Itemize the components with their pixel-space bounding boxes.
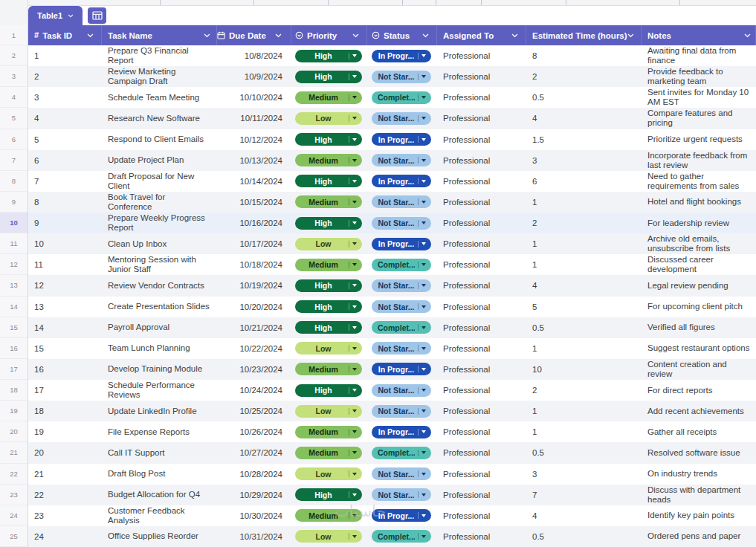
status-dropdown[interactable]: Complet... [372,91,431,104]
cell-assigned-to[interactable]: Professional [437,380,526,401]
cell-task-name[interactable]: Clean Up Inbox [102,233,217,254]
cell-task-id[interactable]: 20 [28,442,102,463]
cell-priority[interactable]: High [291,66,367,87]
cell-estimated-time[interactable]: 4 [526,275,642,296]
cell-task-id[interactable]: 24 [28,526,102,547]
priority-dropdown[interactable]: Medium [295,91,362,104]
column-header-due-date[interactable]: Due Date [217,25,291,45]
cell-task-name[interactable]: Schedule Performance Reviews [102,380,217,401]
cell-task-name[interactable]: Payroll Approval [102,317,217,338]
cell-task-id[interactable]: 23 [28,505,102,526]
priority-dropdown[interactable]: Medium [295,447,362,459]
cell-status[interactable]: Complet... [367,87,437,108]
cell-estimated-time[interactable]: 1 [526,401,642,421]
cell-estimated-time[interactable]: 6 [526,171,642,192]
cell-priority[interactable]: Low [291,526,367,547]
priority-dropdown[interactable]: High [295,488,362,501]
table-view-button[interactable] [88,7,106,24]
cell-priority[interactable]: High [291,129,367,150]
cell-status[interactable]: In Progr... [367,359,437,380]
cell-estimated-time[interactable]: 1.5 [526,129,642,150]
cell-priority[interactable]: Low [291,338,367,359]
cell-status[interactable]: Not Star... [367,213,437,233]
priority-dropdown[interactable]: High [295,71,362,83]
cell-status[interactable]: Not Star... [367,380,437,401]
cell-notes[interactable]: Prioritize urgent requests [642,129,756,150]
cell-due-date[interactable]: 10/14/2024 [217,171,291,192]
cell-notes[interactable]: Need to gather requirements from sales [642,171,756,192]
cell-due-date[interactable]: 10/9/2024 [217,66,291,87]
cell-status[interactable]: In Progr... [367,233,437,254]
cell-estimated-time[interactable]: 8 [526,45,642,66]
cell-task-id[interactable]: 14 [28,317,102,338]
status-dropdown[interactable]: Not Star... [372,112,431,125]
cell-due-date[interactable]: 10/28/2024 [217,464,291,485]
cell-estimated-time[interactable]: 7 [526,485,642,505]
cell-task-id[interactable]: 4 [28,108,102,129]
cell-task-name[interactable]: Book Travel for Conference [102,192,217,213]
row-number[interactable]: 14 [0,297,28,317]
status-dropdown[interactable]: Not Star... [372,279,431,292]
cell-due-date[interactable]: 10/16/2024 [217,213,291,233]
cell-due-date[interactable]: 10/20/2024 [217,297,291,317]
status-dropdown[interactable]: Not Star... [372,154,431,166]
cell-priority[interactable]: Medium [291,359,367,380]
cell-task-id[interactable]: 5 [28,129,102,150]
column-header-task-name[interactable]: Task Name [102,25,217,45]
cell-task-id[interactable]: 21 [28,464,102,485]
cell-priority[interactable]: Medium [291,505,367,526]
cell-assigned-to[interactable]: Professional [437,464,526,485]
cell-notes[interactable]: For upcoming client pitch [642,297,756,317]
cell-priority[interactable]: Low [291,464,367,485]
row-number[interactable]: 16 [0,338,28,359]
cell-assigned-to[interactable]: Professional [437,401,526,421]
cell-assigned-to[interactable]: Professional [437,505,526,526]
cell-assigned-to[interactable]: Professional [437,421,526,442]
cell-priority[interactable]: High [291,45,367,66]
cell-due-date[interactable]: 10/13/2024 [217,150,291,171]
cell-estimated-time[interactable]: 3 [526,150,642,171]
cell-notes[interactable]: Archive old emails, unsubscribe from lis… [642,233,756,254]
priority-dropdown[interactable]: Medium [295,154,362,166]
cell-assigned-to[interactable]: Professional [437,338,526,359]
cell-due-date[interactable]: 10/18/2024 [217,254,291,275]
cell-assigned-to[interactable]: Professional [437,45,526,66]
cell-estimated-time[interactable]: 5 [526,297,642,317]
cell-task-name[interactable]: Call IT Support [102,442,217,463]
cell-notes[interactable]: Legal review pending [642,275,756,296]
cell-task-name[interactable]: Prepare Q3 Financial Report [102,45,217,66]
cell-estimated-time[interactable]: 3 [526,464,642,485]
cell-priority[interactable]: Low [291,401,367,421]
cell-notes[interactable]: Awaiting final data from finance [642,45,756,66]
cell-priority[interactable]: Medium [291,87,367,108]
cell-due-date[interactable]: 10/23/2024 [217,359,291,380]
row-number[interactable]: 3 [0,66,28,87]
cell-notes[interactable]: Content creation and review [642,359,756,380]
cell-due-date[interactable]: 10/12/2024 [217,129,291,150]
cell-assigned-to[interactable]: Professional [437,108,526,129]
status-dropdown[interactable]: Not Star... [372,71,431,83]
cell-notes[interactable]: Hotel and flight bookings [642,192,756,213]
priority-dropdown[interactable]: High [295,300,362,313]
cell-status[interactable]: Not Star... [367,66,437,87]
cell-task-name[interactable]: Team Lunch Planning [102,338,217,359]
cell-task-id[interactable]: 9 [28,213,102,233]
cell-estimated-time[interactable]: 0.5 [526,526,642,547]
cell-due-date[interactable]: 10/31/2024 [217,526,291,547]
cell-task-name[interactable]: Budget Allocation for Q4 [102,485,217,505]
priority-dropdown[interactable]: High [295,50,362,62]
cell-task-name[interactable]: Update Project Plan [102,150,217,171]
cell-notes[interactable]: Compare features and pricing [642,108,756,129]
cell-due-date[interactable]: 10/21/2024 [217,317,291,338]
cell-priority[interactable]: Medium [291,254,367,275]
cell-task-id[interactable]: 6 [28,150,102,171]
row-number[interactable]: 6 [0,129,28,150]
column-header-estimated-time[interactable]: Estimated Time (hours) [526,25,642,45]
cell-status[interactable]: In Progr... [367,129,437,150]
cell-due-date[interactable]: 10/25/2024 [217,401,291,421]
cell-task-name[interactable]: Review Vendor Contracts [102,275,217,296]
status-dropdown[interactable]: In Progr... [372,426,431,438]
cell-due-date[interactable]: 10/10/2024 [217,87,291,108]
status-dropdown[interactable]: In Progr... [372,175,431,187]
status-dropdown[interactable]: In Progr... [372,363,431,375]
